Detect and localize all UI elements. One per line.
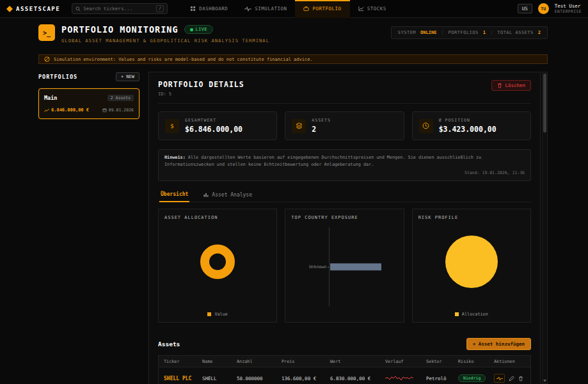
user-meta: Test User ENTERPRISE <box>555 3 582 14</box>
portfolio-details-panel: PORTFOLIO DETAILS ID: 5 Löschen $ GESAMT… <box>148 72 541 384</box>
calendar-icon <box>102 108 107 113</box>
trend-up-icon <box>44 108 49 113</box>
scrollbar-down-button[interactable] <box>543 380 547 382</box>
search-box[interactable]: / <box>72 3 168 14</box>
cell-sektor: Petrolö <box>426 376 458 381</box>
risk-badge: Niedrig <box>458 374 486 382</box>
sidebar-title: PORTFOLIOS <box>38 74 77 80</box>
country-bar-chart: Unknown <box>329 227 397 307</box>
col-risiko: Risiko <box>458 359 494 364</box>
status-label: PORTFOLIOS <box>449 30 479 35</box>
search-icon <box>75 6 81 12</box>
live-dot-icon <box>190 28 193 31</box>
avatar[interactable]: TU <box>538 3 549 14</box>
pulse-icon <box>244 6 251 12</box>
cell-ticker: SHELL PLC <box>164 376 202 381</box>
col-preis: Preis <box>282 359 330 364</box>
nav-label: SIMULATION <box>255 6 287 12</box>
col-aktionen: Aktionen <box>494 359 525 364</box>
page-title: PORTFOLIO MONITORING <box>61 24 179 35</box>
stat-label: ASSETS <box>312 118 330 123</box>
delete-portfolio-button[interactable]: Löschen <box>491 80 531 91</box>
col-verlauf: Verlauf <box>385 359 426 364</box>
portfolio-value-text: 6.846.000,00 € <box>51 108 89 113</box>
chevron-down-icon <box>543 380 546 382</box>
simulation-warning-banner: Simulation environment: Values and risks… <box>38 54 548 64</box>
portfolio-name: Main <box>44 95 57 101</box>
portfolio-date: 09.01.2026 <box>102 108 134 113</box>
delete-asset-button[interactable] <box>518 376 523 381</box>
trash-icon <box>518 376 523 381</box>
system-status-box: SYSTEM ONLINE | PORTFOLIOS 1 | TOTAL ASS… <box>391 26 548 39</box>
col-sektor: Sektor <box>426 359 458 364</box>
stat-label: Ø POSITION <box>439 118 497 123</box>
sparkline-icon <box>385 374 413 382</box>
status-value: ONLINE <box>420 30 436 35</box>
brand[interactable]: ASSETSCAPE <box>6 6 60 12</box>
live-badge: LIVE <box>184 25 213 34</box>
allocation-legend: Value <box>159 312 276 317</box>
locale-button[interactable]: US <box>518 4 532 13</box>
nav-simulation[interactable]: SIMULATION <box>236 0 295 18</box>
stat-value: $3.423.000,00 <box>439 125 497 134</box>
user-tier: ENTERPRISE <box>555 9 582 14</box>
cell-wert: 6.830.000,00 € <box>330 376 385 381</box>
chart-title: TOP COUNTRY EXPOSURE <box>291 215 397 220</box>
table-header-row: Ticker Name Anzahl Preis Wert Verlauf Se… <box>159 356 530 367</box>
page-header: >_ PORTFOLIO MONITORING LIVE GLOBAL ASSE… <box>38 24 548 44</box>
tab-asset-analyse[interactable]: Asset Analyse <box>202 189 253 202</box>
stat-value: $6.846.000,00 <box>185 125 242 134</box>
analyze-asset-button[interactable] <box>494 374 505 383</box>
status-separator: | <box>490 30 493 35</box>
nav-stocks[interactable]: STOCKS <box>350 0 395 18</box>
app-root: ASSETSCAPE / DASHBOARD SIMULATION PORTFO… <box>0 0 588 384</box>
assets-table: Ticker Name Anzahl Preis Wert Verlauf Se… <box>158 355 531 384</box>
stats-row: $ GESAMTWERT $6.846.000,00 ASSETS 2 <box>158 111 531 140</box>
nav-dashboard[interactable]: DASHBOARD <box>182 0 236 18</box>
no-entry-icon <box>44 56 50 62</box>
portfolio-card-main[interactable]: Main 2 Assets 6.846.000,00 € 09.01.2026 <box>38 88 139 119</box>
scrollbar-thumb[interactable] <box>543 74 546 132</box>
page-header-left: >_ PORTFOLIO MONITORING LIVE GLOBAL ASSE… <box>38 24 269 44</box>
grid-icon <box>190 6 196 12</box>
stat-label: GESAMTWERT <box>185 118 242 123</box>
edit-asset-button[interactable] <box>509 376 514 381</box>
details-title: PORTFOLIO DETAILS <box>158 80 244 89</box>
stat-value: 2 <box>312 125 330 134</box>
portfolio-value: 6.846.000,00 € <box>44 108 89 113</box>
activity-icon <box>497 376 503 381</box>
banner-text: Simulation environment: Values and risks… <box>54 57 313 62</box>
bar-category-label: Unknown <box>309 264 326 269</box>
status-value: 2 <box>538 30 541 35</box>
vertical-scrollbar[interactable] <box>542 72 548 384</box>
cell-anzahl: 50.000000 <box>237 376 282 381</box>
country-exposure-panel: TOP COUNTRY EXPOSURE Unknown <box>285 209 404 323</box>
table-row: SHELL PLC SHELL 50.000000 136.600,00 € 6… <box>159 367 530 384</box>
topbar-right: US TU Test User ENTERPRISE <box>518 3 582 14</box>
search-input[interactable] <box>83 6 154 12</box>
dollar-icon: $ <box>165 119 179 133</box>
add-asset-button[interactable]: + Asset hinzufügen <box>466 338 531 350</box>
chart-title: RISK PROFILE <box>418 215 525 220</box>
assets-title: Assets <box>158 340 180 348</box>
country-bar <box>330 264 381 271</box>
stat-card-assets: ASSETS 2 <box>285 111 404 140</box>
clock-icon <box>419 119 433 133</box>
note-label: Hinweis: <box>164 155 186 160</box>
status-label: TOTAL ASSETS <box>497 30 534 35</box>
risk-profile-panel: RISK PROFILE Allocation <box>412 209 531 323</box>
new-portfolio-button[interactable]: + NEW <box>116 72 139 81</box>
nav-label: DASHBOARD <box>199 6 228 12</box>
nav-portfolio[interactable]: PORTFOLIO <box>295 0 349 18</box>
axis-tick <box>328 267 330 268</box>
status-label: SYSTEM <box>398 30 416 35</box>
layers-icon <box>292 119 306 133</box>
note-text: Alle dargestellten Werte basieren auf ei… <box>164 155 481 167</box>
briefcase-icon <box>303 6 309 12</box>
tab-uebersicht[interactable]: Übersicht <box>159 189 189 202</box>
cell-risiko: Niedrig <box>458 374 494 382</box>
legend-label: Value <box>214 312 227 317</box>
cell-aktionen <box>494 374 525 383</box>
asset-allocation-panel: ASSET ALLOCATION Value <box>158 209 277 323</box>
cell-name: SHELL <box>202 376 237 381</box>
